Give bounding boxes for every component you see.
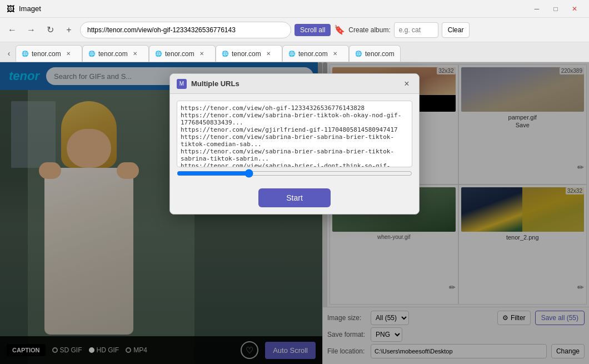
modal-icon-letter: M bbox=[179, 81, 184, 87]
tab-label-5: tenor.com bbox=[298, 50, 328, 58]
refresh-button[interactable]: ↻ bbox=[42, 22, 58, 38]
album-input[interactable] bbox=[394, 22, 438, 38]
urls-textarea[interactable]: https://tenor.com/view/oh-gif-1233432653… bbox=[177, 101, 412, 167]
modal-title: Multiple URLs bbox=[191, 79, 397, 88]
modal-titlebar[interactable]: M Multiple URLs × bbox=[170, 74, 419, 94]
create-album-label: Create album: bbox=[348, 26, 390, 34]
new-tab-button[interactable]: + bbox=[61, 22, 77, 38]
window-controls: ─ □ ✕ bbox=[529, 1, 582, 17]
modal-footer: Start bbox=[170, 185, 419, 214]
modal-close-button[interactable]: × bbox=[401, 78, 412, 89]
tab-scroll-left-button[interactable]: ‹ bbox=[2, 45, 16, 62]
tab-2[interactable]: 🌐 tenor.com ✕ bbox=[82, 45, 149, 62]
multiple-urls-modal: M Multiple URLs × https://tenor.com/view… bbox=[169, 73, 420, 215]
tab-5[interactable]: 🌐 tenor.com ✕ bbox=[282, 45, 349, 62]
tab-close-2[interactable]: ✕ bbox=[131, 50, 139, 58]
minimize-button[interactable]: ─ bbox=[529, 1, 545, 17]
tab-label-6: tenor.com bbox=[365, 50, 395, 58]
tab-favicon-1: 🌐 bbox=[22, 51, 28, 57]
tab-label-2: tenor.com bbox=[98, 50, 128, 58]
tab-close-4[interactable]: ✕ bbox=[264, 50, 272, 58]
modal-app-icon: M bbox=[177, 79, 187, 89]
tab-label-1: tenor.com bbox=[32, 50, 61, 58]
tab-close-5[interactable]: ✕ bbox=[331, 50, 339, 58]
start-button[interactable]: Start bbox=[258, 188, 331, 207]
browser-toolbar: ← → ↻ + Scroll all 🔖 Create album: Clear bbox=[0, 18, 589, 42]
tab-close-3[interactable]: ✕ bbox=[198, 50, 206, 58]
tab-favicon-5: 🌐 bbox=[288, 51, 295, 57]
tab-favicon-4: 🌐 bbox=[222, 51, 228, 57]
app-title: Imaget bbox=[19, 4, 41, 13]
tab-6[interactable]: 🌐 tenor.com bbox=[349, 45, 401, 62]
close-button[interactable]: ✕ bbox=[567, 1, 582, 17]
content-area: tenor bbox=[0, 62, 589, 364]
tabs-bar: ‹ 🌐 tenor.com ✕ 🌐 tenor.com ✕ 🌐 tenor.co… bbox=[0, 42, 589, 62]
tab-close-1[interactable]: ✕ bbox=[64, 50, 72, 58]
textarea-horizontal-scroll[interactable] bbox=[177, 170, 412, 177]
maximize-button[interactable]: □ bbox=[548, 1, 563, 17]
tab-4[interactable]: 🌐 tenor.com ✕ bbox=[216, 45, 282, 62]
tab-1[interactable]: 🌐 tenor.com ✕ bbox=[16, 45, 82, 62]
tab-3[interactable]: 🌐 tenor.com ✕ bbox=[149, 45, 216, 62]
forward-button[interactable]: → bbox=[23, 22, 39, 38]
app-logo-icon: 🖼 bbox=[7, 4, 14, 13]
tab-favicon-3: 🌐 bbox=[155, 51, 162, 57]
tab-label-3: tenor.com bbox=[165, 50, 194, 58]
back-button[interactable]: ← bbox=[4, 22, 20, 38]
modal-body: https://tenor.com/view/oh-gif-1233432653… bbox=[170, 94, 419, 185]
clear-button[interactable]: Clear bbox=[442, 22, 470, 38]
modal-overlay: M Multiple URLs × https://tenor.com/view… bbox=[0, 62, 589, 364]
tab-favicon-2: 🌐 bbox=[88, 51, 95, 57]
scroll-all-button[interactable]: Scroll all bbox=[294, 24, 331, 36]
tab-label-4: tenor.com bbox=[232, 50, 261, 58]
address-bar[interactable] bbox=[80, 22, 291, 38]
browser-titlebar: 🖼 Imaget ─ □ ✕ bbox=[0, 0, 589, 18]
bookmark-icon[interactable]: 🔖 bbox=[334, 24, 345, 35]
tab-favicon-6: 🌐 bbox=[355, 51, 362, 57]
